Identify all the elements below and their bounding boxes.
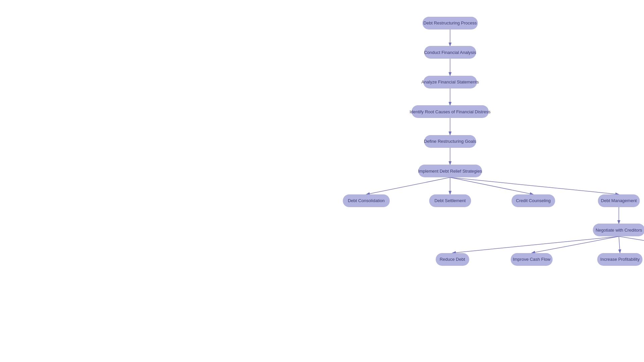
- flowchart-node-n8: Debt Settlement: [429, 194, 471, 207]
- flowchart-node-n12: Reduce Debt: [436, 253, 469, 266]
- flowchart-node-n11: Negotiate with Creditors: [593, 224, 644, 236]
- flowchart-node-n10: Debt Management: [598, 194, 640, 207]
- flowchart-node-n4: Identify Root Causes of Financial Distre…: [412, 105, 489, 118]
- flowchart-node-n1: Debt Restructuring Process: [422, 17, 478, 29]
- flowchart-arrows: [0, 0, 644, 362]
- flowchart-node-n13: Improve Cash Flow: [511, 253, 552, 266]
- flowchart-node-n2: Conduct Financial Analysis: [424, 46, 476, 59]
- flowchart-node-n14: Increase Profitability: [597, 253, 643, 266]
- diagram-container: Debt Restructuring ProcessConduct Financ…: [0, 0, 644, 362]
- svg-line-14: [619, 236, 644, 253]
- flowchart-node-n6: Implement Debt Relief Strategies: [418, 165, 482, 177]
- svg-line-8: [450, 177, 533, 194]
- svg-line-11: [452, 236, 619, 253]
- svg-line-9: [450, 177, 619, 194]
- svg-line-13: [619, 236, 620, 253]
- svg-line-12: [532, 236, 619, 253]
- flowchart-node-n5: Define Restructuring Goals: [424, 135, 476, 148]
- flowchart-node-n7: Debt Consolidation: [343, 194, 390, 207]
- flowchart-node-n3: Analyze Financial Statements: [423, 76, 477, 88]
- flowchart-node-n9: Credit Counseling: [512, 194, 555, 207]
- svg-line-6: [366, 177, 450, 194]
